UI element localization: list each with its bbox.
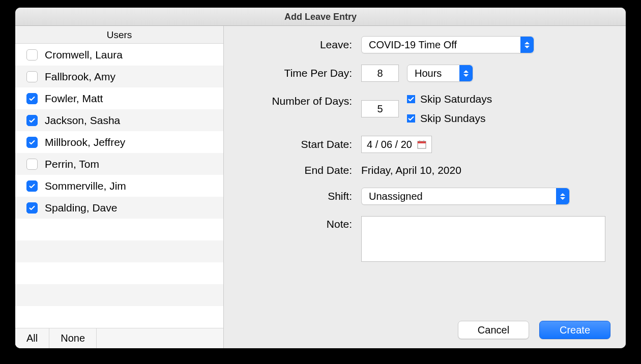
leave-label: Leave: (229, 39, 361, 51)
users-footer: All None (15, 328, 223, 348)
user-row[interactable]: Millbrook, Jeffrey (15, 131, 223, 153)
user-checkbox[interactable] (26, 202, 38, 214)
user-name: Sommerville, Jim (45, 180, 126, 192)
user-name: Cromwell, Laura (45, 49, 123, 61)
user-name: Fowler, Matt (45, 93, 103, 105)
window-title: Add Leave Entry (15, 8, 626, 26)
user-row[interactable]: Jackson, Sasha (15, 109, 223, 131)
user-row[interactable]: Fowler, Matt (15, 87, 223, 109)
checkbox-icon (407, 114, 415, 123)
number-of-days-label: Number of Days: (229, 93, 361, 107)
user-name: Perrin, Tom (45, 158, 99, 170)
dialog-button-row: Cancel Create (458, 321, 610, 339)
user-checkbox[interactable] (26, 137, 38, 148)
dropdown-stepper-icon (520, 37, 534, 53)
shift-select[interactable]: Unassigned (361, 188, 570, 205)
user-row[interactable]: Cromwell, Laura (15, 44, 223, 66)
dropdown-stepper-icon (459, 65, 473, 81)
shift-value: Unassigned (369, 191, 423, 202)
select-none-button[interactable]: None (49, 328, 97, 348)
user-checkbox[interactable] (26, 115, 38, 126)
leave-type-select[interactable]: COVID-19 Time Off (361, 36, 534, 53)
start-date-label: Start Date: (229, 138, 361, 150)
checkbox-icon (407, 95, 415, 103)
user-row[interactable]: Fallbrook, Amy (15, 66, 223, 87)
skip-saturdays-checkbox[interactable]: Skip Saturdays (407, 93, 492, 105)
leave-type-value: COVID-19 Time Off (369, 39, 457, 51)
users-panel: Users Cromwell, LauraFallbrook, AmyFowle… (15, 26, 224, 348)
end-date-label: End Date: (229, 164, 361, 176)
dialog-window: Add Leave Entry Users Cromwell, LauraFal… (15, 8, 626, 348)
dialog-body: Users Cromwell, LauraFallbrook, AmyFowle… (15, 26, 626, 348)
user-name: Fallbrook, Amy (45, 71, 115, 83)
form-panel: Leave: COVID-19 Time Off Time Per Day: 8… (224, 26, 626, 348)
calendar-icon[interactable] (417, 140, 426, 149)
start-date-value: 4 / 06 / 20 (367, 139, 412, 150)
user-row (15, 240, 223, 262)
skip-sundays-checkbox[interactable]: Skip Sundays (407, 112, 492, 125)
skip-sundays-label: Skip Sundays (420, 112, 485, 125)
start-date-input[interactable]: 4 / 06 / 20 (361, 136, 432, 153)
time-units-select[interactable]: Hours (407, 65, 473, 82)
select-all-button[interactable]: All (15, 328, 49, 348)
svg-rect-1 (418, 141, 426, 143)
user-row[interactable]: Sommerville, Jim (15, 175, 223, 197)
cancel-button[interactable]: Cancel (458, 321, 529, 339)
time-units-value: Hours (415, 68, 442, 79)
create-button[interactable]: Create (539, 321, 610, 339)
user-checkbox[interactable] (26, 93, 38, 104)
user-row[interactable]: Spalding, Dave (15, 197, 223, 219)
skip-saturdays-label: Skip Saturdays (420, 93, 492, 105)
user-checkbox[interactable] (26, 159, 38, 170)
user-checkbox[interactable] (26, 71, 38, 82)
user-row (15, 262, 223, 284)
user-name: Millbrook, Jeffrey (45, 136, 125, 148)
user-row[interactable]: Perrin, Tom (15, 153, 223, 175)
user-row (15, 219, 223, 240)
user-checkbox[interactable] (26, 49, 38, 60)
dropdown-stepper-icon (556, 188, 569, 204)
time-per-day-input[interactable]: 8 (361, 65, 399, 82)
note-label: Note: (229, 216, 361, 230)
time-per-day-label: Time Per Day: (229, 67, 361, 79)
user-name: Jackson, Sasha (45, 114, 120, 127)
user-checkbox[interactable] (26, 180, 38, 192)
end-date-value: Friday, April 10, 2020 (361, 164, 461, 176)
users-list: Cromwell, LauraFallbrook, AmyFowler, Mat… (15, 44, 223, 328)
user-name: Spalding, Dave (45, 202, 117, 214)
note-textarea[interactable] (361, 216, 605, 262)
shift-label: Shift: (229, 190, 361, 202)
users-column-header: Users (15, 26, 223, 44)
number-of-days-input[interactable]: 5 (361, 100, 399, 117)
user-row (15, 284, 223, 306)
